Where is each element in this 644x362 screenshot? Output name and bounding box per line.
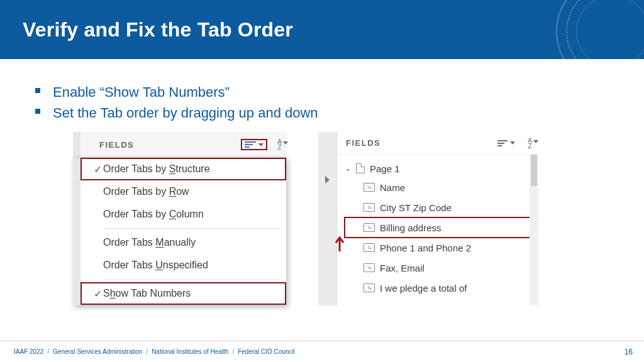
- menu-item-label: Order Tabs Unspecified: [103, 260, 208, 271]
- menu-item-label: Show Tab Numbers: [103, 288, 191, 299]
- tab-order-dropdown-button[interactable]: [497, 140, 515, 146]
- text-field-icon: T•: [364, 283, 375, 292]
- breadcrumb-item: National Institutes of Health: [152, 348, 228, 355]
- menu-item-label: Order Tabs Manually: [103, 237, 196, 248]
- collapsed-sidebar[interactable]: [318, 132, 337, 305]
- expand-triangle-icon: [325, 176, 330, 184]
- menu-item[interactable]: Order Tabs Unspecified: [80, 254, 286, 277]
- bullet-item: Enable “Show Tab Numbers”: [35, 82, 616, 102]
- menu-item-label: Order Tabs by Structure: [103, 163, 210, 175]
- slide-header: Verify and Fix the Tab Order: [0, 0, 644, 59]
- fields-toolbar: FIELDS A Z: [73, 132, 287, 157]
- fields-tree: ⌄ Page 1 T•NameT•City ST Zip CodeT•Billi…: [337, 155, 538, 298]
- sort-lines-icon: [245, 141, 256, 148]
- checkmark-icon: ✓: [92, 163, 103, 175]
- field-row[interactable]: T•I we pledge a total of: [345, 278, 536, 298]
- slide-title: Verify and Fix the Tab Order: [23, 18, 293, 41]
- tab-order-menu: ✓Order Tabs by StructureOrder Tabs by Ro…: [73, 157, 287, 305]
- chevron-down-icon: ⌄: [345, 164, 351, 173]
- field-row[interactable]: T•Billing address: [345, 217, 536, 238]
- field-label: I we pledge a total of: [380, 283, 467, 293]
- menu-item[interactable]: Order Tabs by Column: [80, 203, 286, 226]
- breadcrumb-item: General Services Administration: [53, 348, 142, 355]
- page-icon: [356, 163, 365, 173]
- text-field-icon: T•: [364, 223, 375, 232]
- fields-label: FIELDS: [99, 140, 134, 150]
- breadcrumb-item: Federal CIO Council: [238, 348, 295, 355]
- menu-item-label: Order Tabs by Column: [103, 209, 204, 220]
- sort-az-button[interactable]: A Z: [528, 138, 532, 149]
- menu-item[interactable]: ✓Order Tabs by Structure: [80, 158, 286, 180]
- drag-up-arrow-icon: [333, 235, 346, 255]
- menu-item[interactable]: ✓Show Tab Numbers: [80, 282, 286, 305]
- breadcrumb-item: IAAF 2022: [14, 348, 43, 355]
- field-row[interactable]: T•Phone 1 and Phone 2: [345, 238, 536, 258]
- bullet-item: Set the Tab order by dragging up and dow…: [35, 102, 616, 123]
- slide-body: Enable “Show Tab Numbers” Set the Tab or…: [0, 59, 644, 305]
- field-row[interactable]: T•Fax, Email: [345, 258, 536, 278]
- fields-dropdown-screenshot: FIELDS A Z ✓Order Tabs by StructureOrder…: [73, 132, 287, 305]
- tab-order-dropdown-button[interactable]: [241, 139, 267, 150]
- text-field-icon: T•: [364, 203, 375, 212]
- footer-breadcrumb: IAAF 2022/General Services Administratio…: [14, 348, 295, 355]
- field-label: Phone 1 and Phone 2: [380, 243, 471, 253]
- text-field-icon: T•: [364, 263, 375, 272]
- text-field-icon: T•: [364, 183, 375, 192]
- tree-page-row[interactable]: ⌄ Page 1: [345, 160, 536, 177]
- fields-tree-screenshot: FIELDS A Z ⌄: [318, 132, 538, 305]
- field-row[interactable]: T•Name: [345, 177, 536, 197]
- scroll-thumb[interactable]: [531, 155, 537, 186]
- sort-lines-icon: [497, 140, 508, 146]
- caret-down-icon: [510, 141, 515, 145]
- caret-down-icon: [258, 143, 264, 146]
- menu-item-label: Order Tabs by Row: [103, 186, 189, 197]
- sort-az-button[interactable]: A Z: [277, 139, 282, 150]
- checkmark-icon: ✓: [92, 288, 103, 300]
- caret-down-icon: [533, 140, 538, 143]
- fields-label: FIELDS: [346, 138, 380, 148]
- menu-item[interactable]: Order Tabs Manually: [80, 231, 286, 254]
- field-row[interactable]: T•City ST Zip Code: [345, 197, 536, 217]
- seal-decoration: [556, 0, 644, 59]
- text-field-icon: T•: [364, 243, 375, 252]
- caret-down-icon: [283, 141, 288, 145]
- page-label: Page 1: [370, 163, 400, 174]
- field-label: Fax, Email: [380, 263, 425, 273]
- vertical-scrollbar[interactable]: [530, 155, 538, 305]
- field-label: City ST Zip Code: [380, 202, 452, 213]
- fields-toolbar: FIELDS A Z: [337, 132, 538, 155]
- page-number: 16: [625, 348, 633, 356]
- field-label: Name: [380, 182, 405, 193]
- field-label: Billing address: [380, 222, 441, 233]
- slide-footer: IAAF 2022/General Services Administratio…: [0, 341, 644, 362]
- bullet-list: Enable “Show Tab Numbers” Set the Tab or…: [35, 82, 616, 123]
- menu-item[interactable]: Order Tabs by Row: [80, 180, 286, 203]
